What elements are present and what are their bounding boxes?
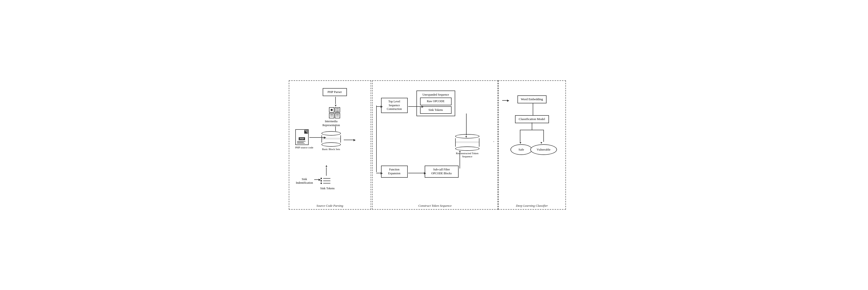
- top-level-box: Top Level Sequence Construction: [381, 98, 408, 113]
- sink-tokens-icon: [319, 177, 332, 185]
- raw-opcode-box: Raw OPCODE: [420, 98, 452, 105]
- function-expansion-box: Function Expansion: [381, 166, 408, 178]
- basic-block-sets-cylinder: Basic Block Sets: [321, 131, 341, 151]
- intermedia-label: Intermedia Representation: [319, 120, 343, 127]
- panel-source-code-parsing: PHP Parser ▼: [289, 80, 371, 210]
- sub-call-filter-box: Sub-call Filter OPCODE Blocks: [425, 166, 459, 178]
- php-parser-box: PHP Parser: [323, 88, 347, 96]
- php-source-file: PHP PHP source code: [295, 129, 313, 149]
- safe-oval: Safe: [510, 144, 532, 155]
- sink-tokens-label: Sink Tokens: [319, 187, 336, 190]
- sink-tokens-nested-box: Sink Tokens: [420, 106, 452, 114]
- panel3-label: Deep Learning Classifier: [516, 204, 548, 208]
- panel-construct-token-sequence: Top Level Sequence Construction Unexpand…: [372, 80, 498, 210]
- panel2-label: Construct Token Sequence: [418, 204, 452, 208]
- panel1-label: Source Code Parsing: [316, 204, 343, 208]
- intermedia-icon: [329, 107, 341, 120]
- vulnerable-oval: Vulnerable: [530, 144, 557, 155]
- main-diagram: PHP Parser ▼: [289, 80, 580, 210]
- panel-deep-learning-classifier: Word Embedding ▼ Classification Model ▼: [498, 80, 566, 210]
- unexpanded-outer-box: Unexpanded Sequence Raw OPCODE Sink Toke…: [416, 91, 455, 116]
- word-embedding-box: Word Embedding: [518, 95, 547, 103]
- sink-identification-label: Sink Indentification: [295, 178, 314, 185]
- php-parser-label: PHP Parser: [323, 88, 347, 96]
- classification-model-box: Classification Model: [515, 115, 549, 123]
- svg-rect-1: [331, 109, 333, 111]
